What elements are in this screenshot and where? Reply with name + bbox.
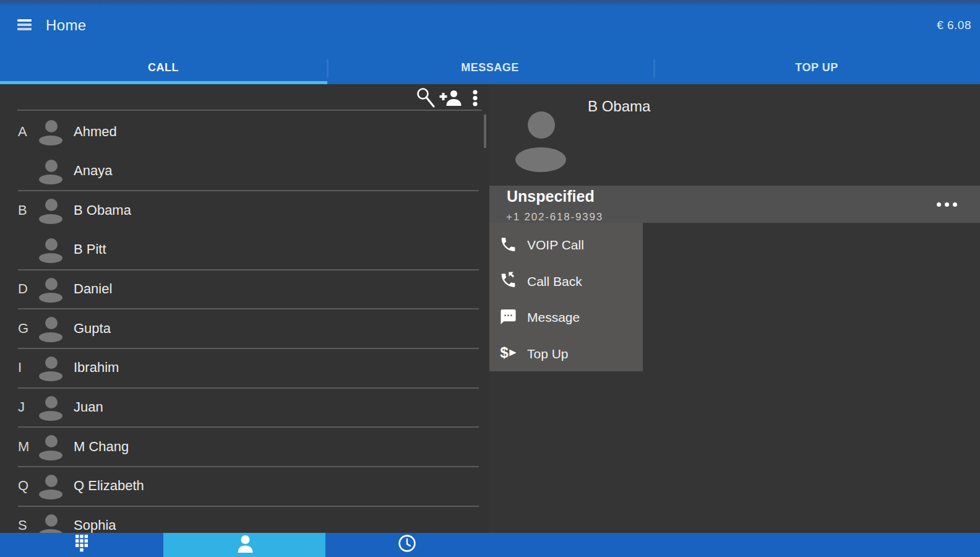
- svg-text:$: $: [500, 344, 509, 361]
